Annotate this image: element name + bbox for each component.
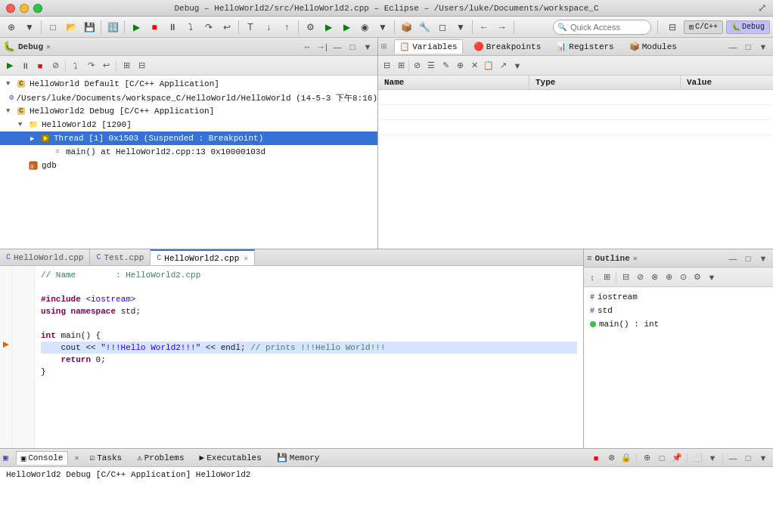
stepover-btn[interactable]: ↷ [200,19,217,36]
debug-reconnect-btn[interactable]: ↔ [300,40,314,54]
tool-btn-1[interactable]: ⚙ [302,19,318,36]
console-new-btn[interactable]: ⊕ [640,451,653,465]
console-btn2[interactable]: ▼ [706,451,719,465]
tab-breakpoints[interactable]: 🔴 Breakpoints [469,40,546,53]
debug-disconnect-btn[interactable]: ⊘ [48,59,62,73]
console-display-btn[interactable]: □ [655,451,669,465]
var-layout-btn[interactable]: ⊞ [394,59,408,73]
console-stop-btn[interactable]: ■ [589,451,603,465]
var-filter-btn[interactable]: ⊘ [410,59,424,73]
var-add-btn[interactable]: ⊕ [453,59,467,73]
pause-btn[interactable]: ⏸ [164,19,181,36]
var-collapse-btn[interactable]: ⊟ [380,59,393,73]
tab-console[interactable]: ▣ Console [16,451,69,465]
var-menu2-btn[interactable]: ▼ [511,59,524,73]
code-content[interactable]: // Name : HelloWorld2.cpp #include <iost… [35,266,583,448]
tool-btn-7[interactable]: 🔧 [416,19,433,36]
stop-btn[interactable]: ■ [146,19,163,36]
perspective-icon-btn[interactable]: ⊟ [664,19,681,36]
debug-stepreturn-btn[interactable]: ↩ [99,59,113,73]
tree-item-gdb[interactable]: g gdb [0,159,377,172]
outline-item-iostream[interactable]: # iostream [584,290,773,304]
prev-annotation-btn[interactable]: ↑ [278,19,295,36]
console-scroll-lock-btn[interactable]: 🔒 [619,451,633,465]
outline-item-main[interactable]: main() : int [584,317,773,331]
next-annotation-btn[interactable]: ↓ [260,19,277,36]
tree-item-hw2-debug[interactable]: ▼ C HelloWorld2 Debug [C/C++ Application… [0,104,377,118]
editor-content[interactable]: // Name : HelloWorld2.cpp #include <iost… [0,266,583,448]
var-select-btn[interactable]: ☰ [424,59,438,73]
open-type-btn[interactable]: T [242,19,259,36]
var-minimize-btn[interactable]: — [726,40,740,54]
debug-step-btn[interactable]: →| [315,40,329,54]
outline-filter4-btn[interactable]: ⊕ [662,271,675,284]
outline-filter1-btn[interactable]: ⊟ [619,271,632,284]
tool-btn-5[interactable]: ▼ [374,19,391,36]
save-btn[interactable]: 💾 [81,19,98,36]
debug-maximize-btn[interactable]: □ [346,40,359,54]
resume-btn[interactable]: ▶ [128,19,144,36]
tab-registers[interactable]: 📊 Registers [551,40,618,53]
var-delete-btn[interactable]: ✕ [467,59,481,73]
debug-icon-btn[interactable]: 🔢 [104,19,121,36]
debug-collapse-btn[interactable]: ⊟ [135,59,148,73]
outline-close[interactable]: ✕ [633,254,638,263]
stepreturn-btn[interactable]: ↩ [219,19,235,36]
debug-toggle-btn[interactable]: ⊞ [120,59,133,73]
new-btn[interactable]: □ [45,19,61,36]
cpp-perspective-btn[interactable]: ⊞ C/C++ [684,20,723,34]
var-edit-btn[interactable]: ✎ [439,59,452,73]
var-menu-btn[interactable]: ▼ [756,40,770,54]
close-button[interactable] [6,4,15,13]
debug-suspend-btn[interactable]: ⏸ [18,59,32,73]
outline-filter3-btn[interactable]: ⊗ [647,271,661,284]
resize-handle[interactable]: ⤢ [758,2,767,14]
maximize-button[interactable] [33,4,42,13]
debug-stop-btn[interactable]: ■ [33,59,47,73]
console-clear-btn[interactable]: ⊗ [604,451,618,465]
toolbar-btn-1[interactable]: ⊕ [3,19,20,36]
outline-filter2-btn[interactable]: ⊘ [633,271,647,284]
tab-test-cpp[interactable]: C Test.cpp [90,249,151,265]
tree-item-thread[interactable]: ▶ Thread [1] 0x1503 (Suspended : Breakpo… [0,131,377,145]
tool-btn-9[interactable]: ▼ [452,19,469,36]
console-pin-btn[interactable]: 📌 [670,451,684,465]
tree-item-hw-default[interactable]: ▼ C HelloWorld Default [C/C++ Applicatio… [0,77,377,91]
minimize-button[interactable] [20,4,29,13]
tab-helloworld-cpp[interactable]: C HelloWorld.cpp [0,249,90,265]
debug-minimize-btn[interactable]: — [331,40,344,54]
tool-btn-3[interactable]: ▶ [338,19,355,36]
tab-variables[interactable]: 📋 Variables [394,39,462,54]
outline-minimize-btn[interactable]: — [726,252,740,265]
nav-back-btn[interactable]: ← [476,19,492,36]
tab-memory[interactable]: 💾 Memory [272,451,324,464]
outline-menu2-btn[interactable]: ▼ [705,271,719,284]
tab-close-hw2[interactable]: ✕ [244,254,248,263]
console-copy-btn[interactable]: ⬜ [691,451,704,465]
tab-tasks[interactable]: ☑ Tasks [85,451,127,464]
debug-panel-close[interactable]: ✕ [46,42,51,51]
tool-btn-4[interactable]: ◉ [356,19,373,36]
stepinto-btn[interactable]: ⤵ [182,19,199,36]
tree-item-hw2[interactable]: ▼ 📁 HelloWorld2 [1290] [0,118,377,131]
toolbar-btn-2[interactable]: ▼ [21,19,38,36]
debug-menu-btn[interactable]: ▼ [361,40,374,54]
var-export-btn[interactable]: ↗ [496,59,510,73]
var-maximize-btn[interactable]: □ [741,40,755,54]
tab-helloworld2-cpp[interactable]: C HelloWorld2.cpp ✕ [151,249,255,265]
open-btn[interactable]: 📂 [63,19,79,36]
tab-modules[interactable]: 📦 Modules [625,40,681,53]
debug-perspective-btn[interactable]: 🐛 Debug [726,20,770,34]
tool-btn-2[interactable]: ▶ [320,19,337,36]
console-menu-btn[interactable]: ▼ [756,451,770,465]
console-maximize-btn[interactable]: □ [741,451,755,465]
tree-item-main[interactable]: ≡ main() at HelloWorld2.cpp:13 0x1000010… [0,145,377,159]
nav-fwd-btn[interactable]: → [494,19,511,36]
outline-item-std[interactable]: # std [584,304,773,317]
debug-resume-btn[interactable]: ▶ [3,59,17,73]
outline-group-btn[interactable]: ⊞ [600,271,613,284]
outline-settings-btn[interactable]: ⚙ [691,271,704,284]
tool-btn-8[interactable]: ◻ [434,19,451,36]
outline-filter5-btn[interactable]: ⊙ [676,271,690,284]
outline-menu-btn[interactable]: ▼ [756,252,770,265]
